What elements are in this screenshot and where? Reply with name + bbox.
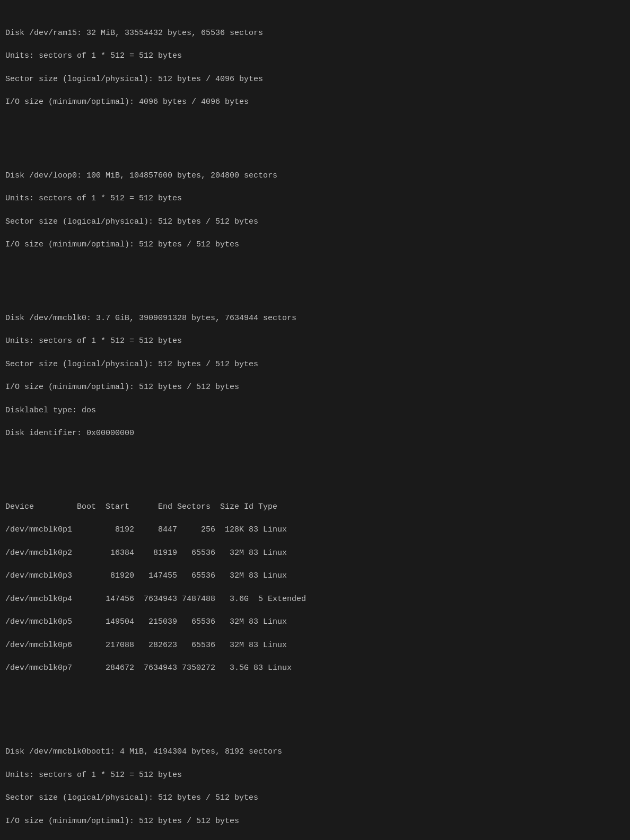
- mmcblk0-row6: /dev/mmcblk0p6 217088 282623 65536 32M 8…: [5, 641, 287, 650]
- mmcblk0-row2: /dev/mmcblk0p2 16384 81919 65536 32M 83 …: [5, 549, 287, 558]
- mmcblk0boot1-line1: Disk /dev/mmcblk0boot1: 4 MiB, 4194304 b…: [5, 747, 282, 756]
- mmcblk0boot1-line4: I/O size (minimum/optimal): 512 bytes / …: [5, 817, 239, 826]
- loop0-line4: I/O size (minimum/optimal): 512 bytes / …: [5, 240, 239, 249]
- mmcblk0-row7: /dev/mmcblk0p7 284672 7634943 7350272 3.…: [5, 664, 292, 673]
- mmcblk0boot1-section: Disk /dev/mmcblk0boot1: 4 MiB, 4194304 b…: [5, 735, 625, 827]
- mmcblk0-line2: Units: sectors of 1 * 512 = 512 bytes: [5, 337, 182, 346]
- mmcblk0-line5: Disklabel type: dos: [5, 406, 96, 415]
- mmcblk0-line4: I/O size (minimum/optimal): 512 bytes / …: [5, 383, 239, 392]
- mmcblk0-row3: /dev/mmcblk0p3 81920 147455 65536 32M 83…: [5, 571, 287, 580]
- loop0-line1: Disk /dev/loop0: 100 MiB, 104857600 byte…: [5, 171, 277, 180]
- mmcblk0-line6: Disk identifier: 0x00000000: [5, 429, 134, 438]
- mmcblk0-line3: Sector size (logical/physical): 512 byte…: [5, 360, 258, 369]
- mmcblk0-partition-table: Device Boot Start End Sectors Size Id Ty…: [5, 490, 625, 674]
- terminal-output: Disk /dev/ram15: 32 MiB, 33554432 bytes,…: [5, 4, 625, 840]
- ram15-line1: Disk /dev/ram15: 32 MiB, 33554432 bytes,…: [5, 29, 263, 38]
- mmcblk0-row5: /dev/mmcblk0p5 149504 215039 65536 32M 8…: [5, 617, 287, 626]
- mmcblk0-table-header: Device Boot Start End Sectors Size Id Ty…: [5, 502, 277, 511]
- ram15-section: Disk /dev/ram15: 32 MiB, 33554432 bytes,…: [5, 16, 625, 108]
- mmcblk0-row1: /dev/mmcblk0p1 8192 8447 256 128K 83 Lin…: [5, 525, 287, 534]
- mmcblk0-section: Disk /dev/mmcblk0: 3.7 GiB, 3909091328 b…: [5, 301, 625, 439]
- ram15-line2: Units: sectors of 1 * 512 = 512 bytes: [5, 51, 182, 60]
- loop0-line3: Sector size (logical/physical): 512 byte…: [5, 217, 258, 226]
- mmcblk0-line1: Disk /dev/mmcblk0: 3.7 GiB, 3909091328 b…: [5, 314, 296, 323]
- ram15-line4: I/O size (minimum/optimal): 4096 bytes /…: [5, 98, 249, 107]
- mmcblk0-row4: /dev/mmcblk0p4 147456 7634943 7487488 3.…: [5, 595, 306, 604]
- ram15-line3: Sector size (logical/physical): 512 byte…: [5, 75, 263, 84]
- loop0-line2: Units: sectors of 1 * 512 = 512 bytes: [5, 194, 182, 203]
- mmcblk0boot1-line2: Units: sectors of 1 * 512 = 512 bytes: [5, 771, 182, 780]
- loop0-section: Disk /dev/loop0: 100 MiB, 104857600 byte…: [5, 158, 625, 251]
- mmcblk0boot1-line3: Sector size (logical/physical): 512 byte…: [5, 793, 258, 802]
